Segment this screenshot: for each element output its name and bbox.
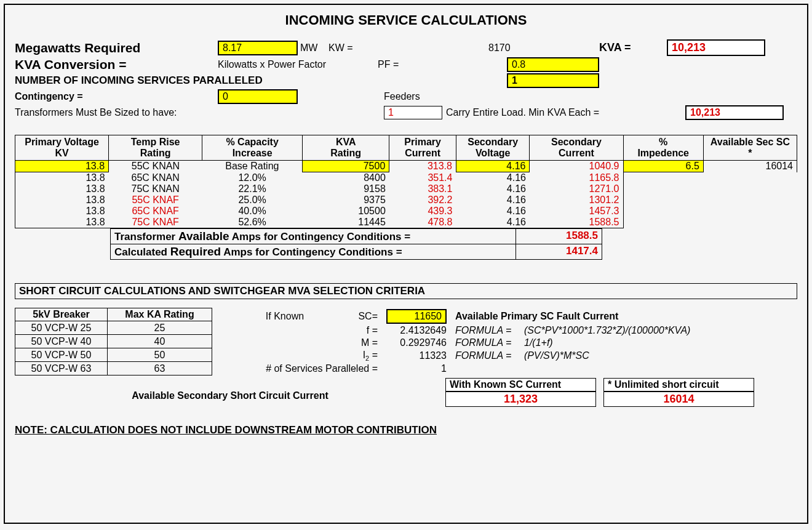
table-row: 13.865C KNAF40.0%10500439.34.161457.3 <box>15 206 797 217</box>
kva-label: KVA = <box>599 41 655 54</box>
contingency-label: Contingency = <box>15 91 218 102</box>
avail-sec-label: Available Secondary Short Circuit Curren… <box>15 378 445 401</box>
summary-available: Transformer Available Amps for Contingen… <box>110 228 602 244</box>
sc-input[interactable]: 11650 <box>386 309 447 324</box>
unlim-header: * Unlimited short circuit <box>603 378 754 391</box>
breaker-table: 5kV BreakerMax KA Rating 50 VCP-W 252550… <box>15 308 212 375</box>
mw-label: Megawatts Required <box>15 41 218 55</box>
pf-label: PF = <box>378 59 421 70</box>
page-title: INCOMING SERVICE CALCULATIONS <box>15 12 797 28</box>
sized-label: Transformers Must Be Sized to have: <box>15 107 384 118</box>
parallel-label: NUMBER OF INCOMING SERVICES PARALLELED <box>15 74 507 87</box>
contingency-input[interactable]: 0 <box>218 89 298 104</box>
kva-output: 10,213 <box>667 39 765 56</box>
unlim-val: 16014 <box>603 391 754 407</box>
kw-label: KW = <box>328 42 488 54</box>
table-row: 13.865C KNAN12.0%8400351.44.161165.8 <box>15 172 797 184</box>
sized-kva: 10,213 <box>685 105 784 120</box>
table-row: 50 VCP-W 6363 <box>15 362 212 375</box>
table-row: 13.855C KNAF25.0%9375392.24.161301.2 <box>15 195 797 206</box>
table-row: 50 VCP-W 4040 <box>15 335 212 348</box>
kva-conv-label: KVA Conversion = <box>15 57 218 72</box>
transformer-table: Primary VoltageKVTemp RiseRating% Capaci… <box>15 135 797 228</box>
table-row: 50 VCP-W 2525 <box>15 321 212 335</box>
mw-unit: MW <box>298 42 328 54</box>
table-row: 13.855C KNANBase Rating7500313.84.161040… <box>15 161 797 172</box>
sc-title: SHORT CIRCUIT CALCULATIONS AND SWITCHGEA… <box>15 283 797 299</box>
mw-input[interactable]: 8.17 <box>218 41 298 55</box>
table-row: 13.875C KNAN22.1%9158383.14.161271.0 <box>15 183 797 195</box>
note: NOTE: CALCULATION DOES NOT INCLUDE DOWNS… <box>15 424 797 436</box>
sized-count: 1 <box>384 106 442 119</box>
feeders-label: Feeders <box>384 91 420 102</box>
table-row: 13.875C KNAF52.6%11445478.84.161588.5 <box>15 217 797 228</box>
known-val: 11,323 <box>445 391 596 407</box>
kw-value: 8170 <box>488 42 599 54</box>
kva-conv-formula: Kilowatts x Power Factor <box>218 59 378 70</box>
worksheet: INCOMING SERVICE CALCULATIONS Megawatts … <box>4 4 808 524</box>
table-row: 50 VCP-W 5050 <box>15 348 212 362</box>
known-header: With Known SC Current <box>445 378 596 391</box>
pf-input[interactable]: 0.8 <box>507 57 599 72</box>
summary-required: Calculated Required Amps for Contingency… <box>110 244 602 260</box>
formula-table: If Known SC= 11650 Available Primary SC … <box>222 308 797 375</box>
inputs-section: Megawatts Required 8.17 MW KW = 8170 KVA… <box>15 39 797 120</box>
sized-rest: Carry Entire Load. Min KVA Each = <box>442 107 667 118</box>
parallel-input[interactable]: 1 <box>507 73 599 88</box>
